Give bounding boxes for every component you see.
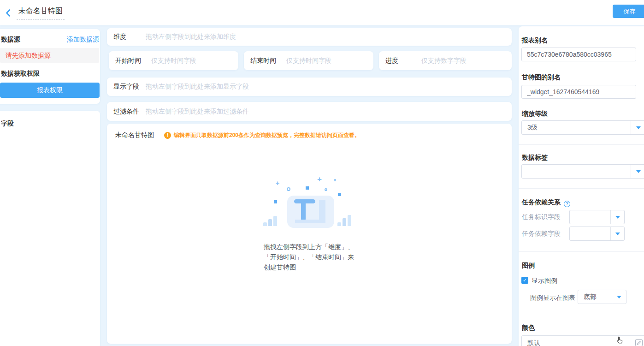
- gantt-alias-label: 甘特图的别名: [522, 73, 561, 82]
- caret-down-icon: [615, 216, 620, 219]
- add-datasource-link[interactable]: 添加数据源: [67, 36, 99, 44]
- data-label-label: 数据标签: [522, 154, 548, 162]
- dimension-dropzone[interactable]: 维度 拖动左侧字段到此处来添加维度: [107, 28, 512, 46]
- sparkle-square-icon: [274, 200, 277, 203]
- show-legend-checkbox[interactable]: ✓: [521, 277, 528, 284]
- report-alias-input[interactable]: [521, 48, 636, 61]
- caret-down-icon: [636, 170, 641, 173]
- progress-dropzone[interactable]: 进度 仅支持数字字段: [379, 51, 512, 70]
- report-alias-label: 报表别名: [522, 36, 548, 45]
- start-time-label: 开始时间: [115, 57, 151, 65]
- progress-label: 进度: [385, 57, 421, 65]
- divider: [519, 144, 644, 145]
- divider: [519, 188, 644, 189]
- report-permission-button[interactable]: 报表权限: [0, 83, 100, 98]
- dimension-placeholder: 拖动左侧字段到此处来添加维度: [146, 33, 236, 41]
- help-icon[interactable]: ?: [564, 201, 570, 207]
- end-time-placeholder: 仅支持时间字段: [286, 57, 331, 65]
- data-label-select[interactable]: [521, 164, 644, 179]
- filter-dropzone[interactable]: 过滤条件 拖动左侧字段到此处来添加过滤条件: [107, 102, 512, 121]
- color-title: 颜色: [522, 324, 535, 332]
- caret-down-icon: [615, 233, 620, 235]
- sparkle-plus-icon: +: [276, 181, 279, 185]
- fields-panel: 字段: [0, 111, 100, 346]
- divider: [519, 251, 644, 252]
- sparkle-circle-icon: [325, 188, 327, 191]
- task-dep-label: 任务依赖字段: [522, 230, 561, 238]
- gantt-alias-input[interactable]: [521, 85, 636, 99]
- filter-placeholder: 拖动左侧字段到此处来添加过滤条件: [146, 107, 249, 116]
- filter-label: 过滤条件: [113, 107, 146, 116]
- legend-position-select[interactable]: 底部: [578, 290, 626, 304]
- sparkle-square-icon: [334, 179, 336, 181]
- show-legend-label: 显示图例: [532, 277, 557, 285]
- dependency-title: 任务依赖关系?: [522, 198, 570, 207]
- chart-preview-panel: 未命名甘特图 ! 编辑界面只取数据源前200条作为查询数据预览，完整数据请访问页…: [107, 124, 512, 344]
- settings-panel: 报表别名 甘特图的别名 缩放等级 3级 数据标签 任务依赖关系? 任务标识字段 …: [519, 26, 644, 346]
- edit-pencil-icon[interactable]: [635, 339, 643, 346]
- task-id-select[interactable]: [569, 210, 625, 224]
- display-fields-placeholder: 拖动左侧字段到此处来添加显示字段: [146, 83, 249, 91]
- datasource-title: 数据源: [1, 36, 20, 44]
- gantt-editor-screen: 未命名甘特图 保存 数据源 添加数据源 请先添加数据源 数据获取权限 报表权限 …: [0, 0, 644, 346]
- caret-down-icon: [617, 296, 621, 298]
- display-fields-label: 显示字段: [113, 83, 146, 91]
- datasource-panel: 数据源 添加数据源 请先添加数据源 数据获取权限 报表权限: [0, 29, 100, 104]
- datasource-header: 数据源 添加数据源: [1, 36, 99, 44]
- progress-placeholder: 仅支持数字字段: [421, 57, 467, 65]
- divider: [519, 313, 644, 313]
- task-id-label: 任务标识字段: [522, 213, 561, 221]
- save-button[interactable]: 保存: [613, 5, 644, 18]
- permission-title: 数据获取权限: [1, 70, 40, 78]
- top-bar: 未命名甘特图 保存: [0, 0, 644, 25]
- empty-hint-text: 拖拽左侧字段到上方「维度」、 「开始时间」、「结束时间」来 创建甘特图: [264, 242, 374, 272]
- sparkle-plus-icon: +: [317, 177, 322, 182]
- dimension-label: 维度: [113, 33, 146, 41]
- empty-illustration: + + 拖拽左侧字段到上方「维度」、 「开始时间」、「结束时间」来 创建甘: [107, 124, 512, 344]
- end-time-dropzone[interactable]: 结束时间 仅支持时间字段: [244, 51, 373, 70]
- legend-position-value: 底部: [584, 293, 597, 301]
- sparkle-square-icon: [338, 193, 341, 196]
- task-dep-select[interactable]: [569, 227, 625, 241]
- color-scheme-row[interactable]: 默认: [521, 335, 644, 346]
- sparkle-square-icon: [306, 186, 309, 190]
- sparkle-circle-icon: [287, 187, 290, 191]
- zoom-level-label: 缩放等级: [522, 110, 548, 118]
- zoom-level-select[interactable]: 3级: [521, 120, 644, 135]
- start-time-dropzone[interactable]: 开始时间 仅支持时间字段: [109, 51, 238, 70]
- mini-bar-chart-icon: [263, 215, 278, 226]
- color-scheme-value: 默认: [527, 339, 540, 346]
- datasource-empty-notice: 请先添加数据源: [0, 48, 99, 63]
- start-time-placeholder: 仅支持时间字段: [151, 57, 196, 65]
- legend-title: 图例: [522, 262, 535, 270]
- fields-title: 字段: [1, 119, 14, 128]
- zoom-level-value: 3级: [527, 124, 538, 132]
- display-fields-dropzone[interactable]: 显示字段 拖动左侧字段到此处来添加显示字段: [107, 78, 512, 96]
- caret-down-icon: [636, 126, 641, 129]
- back-icon[interactable]: [4, 8, 13, 18]
- legend-position-label: 图例显示在图表: [530, 294, 575, 302]
- mini-bar-chart-icon: [337, 214, 353, 226]
- end-time-label: 结束时间: [250, 57, 286, 65]
- page-title[interactable]: 未命名甘特图: [17, 6, 65, 20]
